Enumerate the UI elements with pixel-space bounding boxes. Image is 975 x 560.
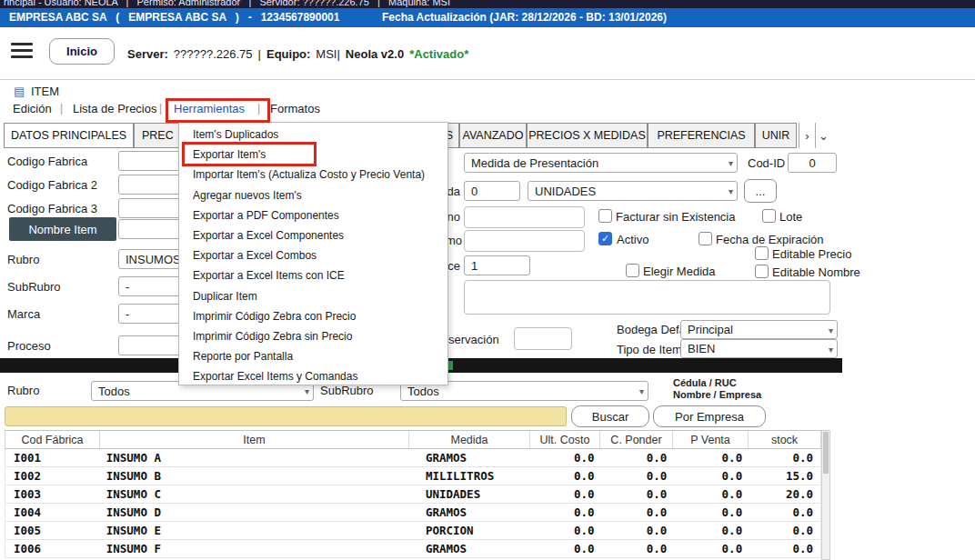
inicio-button[interactable]: Inicio (49, 38, 115, 65)
table-row[interactable]: I001 INSUMO A GRAMOS 0.0 0.0 0.0 0.0 (5, 449, 820, 467)
os-titlebar: rincipal - Usuario: NEOLA | Permiso: Adm… (0, 0, 975, 8)
tab-unir[interactable]: UNIR (755, 123, 797, 148)
equipo-label: Equipo: (266, 47, 310, 61)
tab-precios-x-medidas[interactable]: PRECIOS X MEDIDAS (527, 123, 648, 148)
chevron-down-icon: ▾ (639, 386, 644, 396)
column-header[interactable]: Item (100, 431, 409, 448)
unidad-value: UNIDADES (535, 185, 596, 198)
tipo-de-item-select[interactable]: BIEN ▾ (680, 339, 838, 358)
company-name: EMPRESA ABC SA ( EMPRESA ABC SA ) - 1234… (0, 11, 339, 24)
unidad-select[interactable]: UNIDADES ▾ (528, 181, 738, 201)
more-options-button[interactable]: ... (744, 179, 777, 203)
cell-item: INSUMO C (101, 485, 409, 503)
bodega-default-select[interactable]: Principal ▾ (680, 320, 838, 339)
table-row[interactable]: I006 INSUMO F GRAMOS 0.0 0.0 0.0 0.0 (5, 540, 820, 558)
nombre-item-button[interactable]: Nombre Item (9, 217, 116, 241)
editable-precio-checkbox[interactable] (755, 246, 769, 260)
menu-item[interactable]: Agregar nuevos Item's (179, 185, 447, 205)
medida-presentacion-select[interactable]: Medida de Presentación ▾ (464, 153, 738, 173)
editable-nombre-checkbox[interactable] (755, 265, 769, 278)
tab-avanzado[interactable]: AVANZADO (459, 123, 527, 148)
ice-input[interactable]: 1 (464, 255, 530, 275)
observacion-input[interactable] (514, 327, 572, 350)
menu-formatos[interactable]: Formatos (270, 102, 320, 115)
table-scrollbar[interactable] (821, 430, 830, 560)
activo-checkbox[interactable]: ✓ (598, 232, 612, 245)
table-row[interactable]: I002 INSUMO B MILILITROS 0.0 0.0 0.0 15.… (5, 467, 820, 485)
activo-label: Activo (617, 233, 648, 246)
proceso-label: Proceso (7, 339, 51, 353)
descripcion-field[interactable] (464, 280, 830, 315)
cell-medida: GRAMOS (409, 449, 530, 466)
menubar-separator: | (60, 102, 63, 115)
cell-medida: GRAMOS (409, 540, 530, 557)
column-header[interactable]: Cod Fábrica (5, 431, 100, 448)
menu-item[interactable]: Exportar a PDF Componentes (179, 205, 447, 225)
menu-item[interactable]: Item's Duplicados (179, 125, 447, 145)
column-header[interactable]: Medida (409, 431, 530, 448)
cod-id-input[interactable]: 0 (788, 153, 837, 173)
cell-p-venta: 0.0 (672, 449, 748, 466)
menu-item[interactable]: Reporte por Pantalla (179, 346, 447, 366)
cell-c-ponder: 0.0 (600, 504, 673, 521)
menu-item[interactable]: Exportar a Excel Items con ICE (179, 265, 447, 285)
cell-ult-costo: 0.0 (530, 504, 600, 521)
cell-ult-costo: 0.0 (530, 540, 600, 557)
cell-stock: 15.0 (748, 467, 820, 485)
menu-item[interactable]: Imprimir Código Zebra sin Precio (179, 326, 447, 346)
editable-precio-label: Editable Precio (772, 247, 851, 261)
company-bar: EMPRESA ABC SA ( EMPRESA ABC SA ) - 1234… (0, 8, 975, 27)
tab-scroll-right-icon[interactable]: › (799, 123, 815, 148)
scrollbar-thumb[interactable] (823, 432, 829, 474)
observacion-label-fragment: servación (448, 333, 499, 346)
facturar-sin-existencia-checkbox[interactable] (598, 209, 612, 223)
separator: | (258, 47, 261, 61)
tipo-de-item-value: BIEN (688, 342, 715, 355)
cell-stock: 0.0 (748, 540, 820, 557)
medida-input[interactable]: 0 (464, 181, 520, 201)
cell-c-ponder: 0.0 (600, 522, 673, 539)
buscar-button[interactable]: Buscar (571, 405, 649, 427)
menu-lista-de-precios[interactable]: Lista de Precios (73, 102, 157, 115)
column-header[interactable]: stock (749, 431, 821, 448)
cell-p-venta: 0.0 (672, 540, 748, 557)
menu-item[interactable]: Exportar Item's (179, 145, 447, 165)
column-header[interactable]: C. Ponder (600, 431, 673, 448)
column-header[interactable]: Ult. Costo (530, 431, 600, 448)
maximo-input[interactable] (464, 206, 585, 228)
menu-herramientas[interactable]: Herramientas (174, 102, 245, 115)
chevron-down-icon: ▾ (829, 344, 833, 354)
column-header[interactable]: P Venta (673, 431, 749, 448)
menu-item[interactable]: Exportar a Excel Combos (179, 245, 447, 265)
elegir-medida-checkbox[interactable] (626, 264, 639, 277)
table-row[interactable]: I004 INSUMO D GRAMOS 0.0 0.0 0.0 0.0 (5, 504, 820, 522)
search-input[interactable] (5, 406, 567, 426)
tab-overflow-icon[interactable]: ⌄ (815, 123, 831, 148)
tab-preferencias[interactable]: PREFERENCIAS (648, 123, 755, 148)
menu-item[interactable]: Imprimir Código Zebra con Precio (179, 306, 447, 326)
fecha-expiracion-label: Fecha de Expiración (716, 233, 824, 246)
tab-datos-principales[interactable]: DATOS PRINCIPALES (4, 123, 134, 148)
rubro-value: INSUMOS (126, 253, 181, 266)
minimo-input[interactable] (464, 230, 585, 252)
menubar-separator: | (159, 102, 162, 115)
menubar-separator: | (257, 102, 260, 115)
table-row[interactable]: I003 INSUMO C UNIDADES 0.0 0.0 0.0 20.0 (5, 485, 820, 504)
hamburger-menu-icon[interactable] (11, 43, 33, 58)
menu-item[interactable]: Importar Item's (Actualiza Costo y Preci… (179, 165, 447, 185)
cell-item: INSUMO B (101, 467, 409, 485)
chevron-down-icon: ▾ (305, 386, 309, 396)
cell-p-venta: 0.0 (672, 504, 748, 521)
chevron-down-icon: ▾ (829, 325, 833, 335)
editable-nombre-label: Editable Nombre (772, 265, 860, 279)
marca-label: Marca (7, 307, 40, 321)
cell-item: INSUMO E (101, 522, 409, 539)
menu-item[interactable]: Exportar a Excel Componentes (179, 225, 447, 245)
por-empresa-button[interactable]: Por Empresa (653, 405, 766, 427)
fecha-expiracion-checkbox[interactable] (699, 232, 712, 245)
table-row[interactable]: I005 INSUMO E PORCION 0.0 0.0 0.0 0.0 (5, 522, 820, 540)
menu-edicion[interactable]: Edición (13, 102, 52, 115)
lote-checkbox[interactable] (762, 209, 776, 223)
menu-item[interactable]: Duplicar Item (179, 286, 447, 306)
menu-item[interactable]: Exportar Excel Items y Comandas (179, 366, 447, 386)
